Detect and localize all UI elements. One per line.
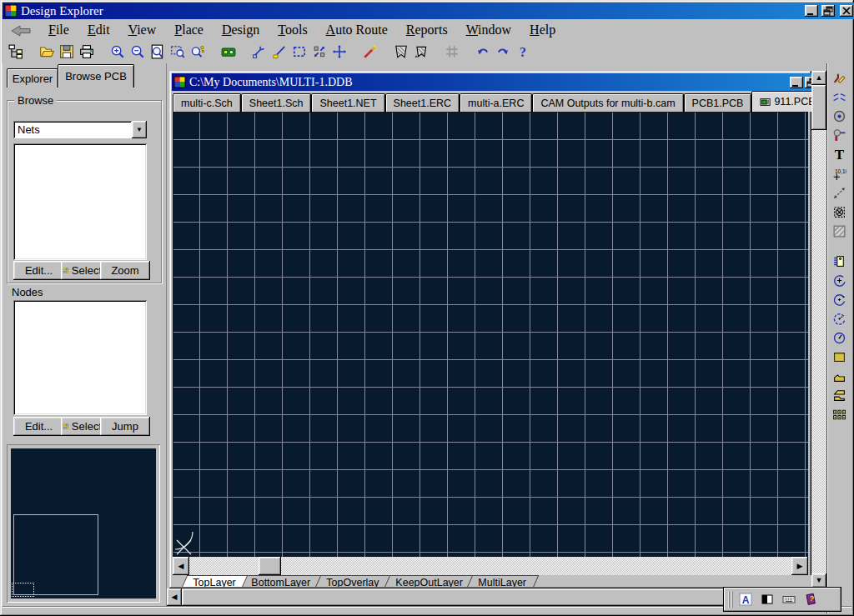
menu-reports[interactable]: Reports bbox=[397, 22, 457, 38]
mdi-vscrollbar[interactable]: ▲ ▼ bbox=[811, 71, 826, 588]
place-pad-array-button[interactable] bbox=[830, 406, 850, 423]
nodes-edit-button[interactable]: Edit... bbox=[13, 417, 64, 436]
polygon-plane-2-button[interactable] bbox=[411, 42, 431, 62]
nets-zoom-button[interactable]: Zoom bbox=[100, 261, 150, 280]
zoom-point-button[interactable] bbox=[188, 42, 208, 62]
select-area-button[interactable] bbox=[289, 42, 309, 62]
nets-select-button[interactable]: Select bbox=[61, 261, 103, 280]
nodes-list[interactable] bbox=[13, 300, 147, 415]
scroll-right-icon[interactable]: ▶ bbox=[791, 557, 808, 575]
scrollbar-track[interactable] bbox=[189, 557, 259, 575]
doc-tab-multi-c-sch[interactable]: multi-c.Sch bbox=[173, 93, 241, 112]
scroll-left-icon[interactable]: ◀ bbox=[167, 588, 182, 606]
scrollbar-thumb[interactable] bbox=[811, 85, 826, 130]
zoom-out-button[interactable] bbox=[128, 42, 148, 62]
menu-window[interactable]: Window bbox=[457, 22, 520, 38]
cross-probe-button[interactable] bbox=[249, 42, 269, 62]
place-arc-center-button[interactable] bbox=[830, 291, 850, 308]
menu-grip-icon[interactable] bbox=[9, 24, 33, 37]
menu-edit[interactable]: Edit bbox=[78, 22, 119, 38]
doc-tab-911-pcb[interactable]: 911.PCB bbox=[751, 91, 811, 112]
doc-tab-sheet1-sch[interactable]: Sheet1.Sch bbox=[241, 93, 312, 112]
place-dimension-button[interactable] bbox=[830, 184, 850, 201]
undo-button[interactable] bbox=[473, 42, 493, 62]
move-cross-button[interactable] bbox=[329, 42, 349, 62]
ime-help-icon[interactable]: ? bbox=[801, 590, 820, 608]
pcb-canvas[interactable] bbox=[173, 112, 808, 557]
nets-list[interactable] bbox=[13, 143, 147, 260]
place-split-plane-button[interactable] bbox=[830, 387, 850, 403]
scrollbar-track[interactable] bbox=[281, 557, 791, 575]
layer-tab-toplayer[interactable]: TopLayer bbox=[178, 575, 249, 587]
layer-tab-topoverlay[interactable]: TopOverlay bbox=[312, 575, 392, 587]
app-minimize-button[interactable] bbox=[805, 5, 818, 17]
place-coordinate-button[interactable]: 10,10 bbox=[830, 165, 850, 182]
menu-help[interactable]: Help bbox=[520, 22, 565, 38]
menu-tools[interactable]: Tools bbox=[269, 22, 316, 38]
help-button[interactable]: ? bbox=[513, 42, 533, 62]
canvas-hscrollbar[interactable]: ◀ ▶ bbox=[173, 557, 808, 575]
menu-file[interactable]: File bbox=[39, 22, 78, 38]
zoom-all-button[interactable] bbox=[148, 42, 168, 62]
highlight-brush-button[interactable] bbox=[269, 42, 289, 62]
nodes-select-button[interactable]: Select bbox=[61, 417, 103, 436]
save-button[interactable] bbox=[57, 42, 77, 62]
place-coax-button[interactable] bbox=[830, 88, 850, 105]
app-restore-button[interactable] bbox=[821, 5, 835, 17]
layer-tab-multilayer[interactable]: MultiLayer bbox=[464, 575, 539, 587]
layer-tab-bottomlayer[interactable]: BottomLayer bbox=[237, 575, 324, 587]
place-rectangle-button[interactable] bbox=[830, 348, 850, 365]
redo-button[interactable] bbox=[493, 42, 513, 62]
layer-tab-keepoutlayer[interactable]: KeepOutLayer bbox=[380, 575, 475, 587]
doc-minimize-button[interactable] bbox=[790, 77, 803, 88]
zoom-in-button[interactable] bbox=[108, 42, 128, 62]
polygon-plane-1-button[interactable] bbox=[391, 42, 411, 62]
print-button[interactable] bbox=[77, 42, 97, 62]
place-room-button[interactable] bbox=[830, 203, 850, 220]
doc-tab-sheet1-erc[interactable]: Sheet1.ERC bbox=[385, 93, 460, 112]
menu-place[interactable]: Place bbox=[165, 22, 213, 38]
open-folder-button[interactable] bbox=[37, 42, 57, 62]
scroll-left-icon[interactable]: ◀ bbox=[173, 557, 189, 575]
ime-grip-handle[interactable] bbox=[728, 591, 733, 608]
tab-explorer[interactable]: Explorer bbox=[7, 68, 58, 88]
place-arc-edge-button[interactable] bbox=[830, 272, 850, 288]
scrollbar-thumb[interactable] bbox=[259, 557, 281, 575]
grid-button[interactable] bbox=[442, 42, 462, 62]
nets-edit-button[interactable]: Edit... bbox=[13, 261, 64, 280]
doc-tab-pcb1-pcb[interactable]: PCB1.PCB bbox=[684, 93, 752, 112]
board-camera-button[interactable] bbox=[219, 42, 239, 62]
doc-tab-cam-outputs-for-multi-b-cam[interactable]: CAM Outputs for multi-b.cam bbox=[532, 93, 683, 112]
move-select-button[interactable] bbox=[309, 42, 329, 62]
place-track-button[interactable] bbox=[830, 69, 850, 86]
doc-tab-sheet1-net[interactable]: Sheet1.NET bbox=[311, 93, 384, 112]
place-pad-button[interactable] bbox=[830, 108, 850, 124]
menu-design[interactable]: Design bbox=[213, 22, 269, 38]
ime-letter-icon[interactable]: A bbox=[736, 590, 755, 608]
scrollbar-track[interactable] bbox=[811, 130, 826, 573]
dropdown-arrow-icon[interactable]: ▼ bbox=[132, 121, 147, 138]
zoom-area-button[interactable] bbox=[168, 42, 188, 62]
board-minimap[interactable] bbox=[7, 444, 160, 603]
minimap-viewport[interactable] bbox=[12, 583, 34, 597]
place-fill-hatched-button[interactable] bbox=[830, 223, 850, 239]
explorer-panel-button[interactable] bbox=[6, 42, 26, 62]
place-polygon-button[interactable] bbox=[830, 368, 850, 384]
place-arc-any-button[interactable] bbox=[830, 310, 850, 327]
app-close-button[interactable] bbox=[840, 5, 853, 17]
scrollbar-thumb[interactable] bbox=[182, 588, 796, 606]
ime-halfwidth-icon[interactable] bbox=[758, 590, 776, 608]
browse-type-dropdown[interactable]: Nets ▼ bbox=[13, 121, 147, 138]
doc-restore-button[interactable] bbox=[805, 77, 811, 88]
tab-browse-pcb[interactable]: Browse PCB bbox=[58, 64, 134, 88]
menu-auto-route[interactable]: Auto Route bbox=[317, 22, 397, 38]
ime-keyboard-icon[interactable] bbox=[780, 590, 798, 608]
scroll-up-icon[interactable]: ▲ bbox=[811, 71, 826, 85]
place-string-button[interactable]: T bbox=[830, 146, 850, 163]
place-via-button[interactable] bbox=[830, 127, 850, 143]
minimap-canvas[interactable] bbox=[11, 448, 156, 598]
wizard-button[interactable] bbox=[360, 42, 380, 62]
place-component-button[interactable] bbox=[830, 253, 850, 269]
doc-tab-multi-a-erc[interactable]: multi-a.ERC bbox=[460, 93, 532, 112]
menu-view[interactable]: View bbox=[119, 22, 166, 38]
